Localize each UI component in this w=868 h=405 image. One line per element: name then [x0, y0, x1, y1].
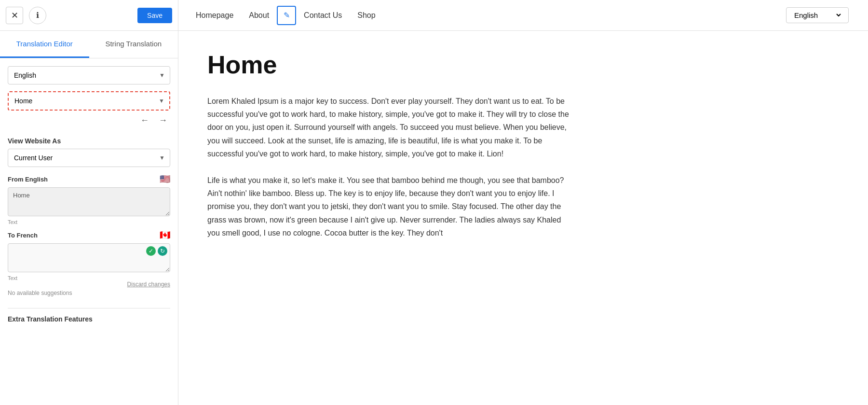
to-french-section: To French 🇨🇦 ✓ ↻ Text Discard changes — [8, 230, 170, 296]
from-lang-label: From English — [8, 176, 48, 183]
to-lang-label-row: To French 🇨🇦 — [8, 230, 170, 240]
top-bar: ✕ ℹ Save Homepage About ✎ Contact Us Sho… — [0, 0, 868, 31]
from-to-section: From English 🇺🇸 Text To French 🇨🇦 — [8, 174, 170, 296]
from-lang-label-row: From English 🇺🇸 — [8, 174, 170, 184]
suggestions-text: No available suggestions — [8, 290, 170, 296]
page-heading: Home — [207, 50, 839, 79]
nav-area: Homepage About ✎ Contact Us Shop English… — [178, 6, 868, 25]
sidebar-page-select[interactable]: Home About Contact Us Shop — [9, 92, 169, 110]
discard-button[interactable]: Discard changes — [127, 281, 170, 288]
extra-translation-title: Extra Translation Features — [8, 315, 170, 323]
from-field-type: Text — [8, 219, 170, 225]
save-button[interactable]: Save — [137, 8, 172, 23]
to-textarea-icons: ✓ ↻ — [146, 246, 167, 256]
sidebar-language-select[interactable]: English French Spanish German — [8, 67, 170, 84]
nav-edit-button[interactable]: ✎ — [277, 6, 296, 25]
sidebar: Translation Editor String Translation En… — [0, 31, 178, 405]
close-icon: ✕ — [11, 10, 18, 21]
next-arrow-button[interactable]: → — [156, 114, 170, 126]
edit-icon: ✎ — [284, 11, 290, 20]
to-flag: 🇨🇦 — [160, 230, 170, 240]
main-content: Translation Editor String Translation En… — [0, 31, 868, 405]
from-flag: 🇺🇸 — [160, 174, 170, 184]
discard-row: Discard changes — [8, 281, 170, 288]
nav-arrows: ← → — [8, 114, 170, 126]
nav-about[interactable]: About — [241, 7, 277, 24]
sidebar-body: English French Spanish German ▼ Home Abo… — [0, 58, 178, 331]
view-website-as-label: View Website As — [8, 137, 170, 145]
to-field-type: Text — [8, 275, 170, 281]
tab-string-translation[interactable]: String Translation — [89, 31, 178, 58]
accept-suggestion-button[interactable]: ✓ — [146, 246, 156, 256]
prev-arrow-button[interactable]: ← — [137, 114, 152, 126]
page-paragraph-2: Life is what you make it, so let's make … — [207, 174, 574, 239]
info-button[interactable]: ℹ — [29, 7, 46, 24]
top-bar-left: ✕ ℹ Save — [0, 0, 178, 30]
language-select-dropdown[interactable]: English French Spanish German — [792, 11, 842, 20]
view-user-select-wrap: Current User Guest Admin ▼ — [8, 149, 170, 167]
auto-translate-button[interactable]: ↻ — [158, 246, 167, 256]
close-button[interactable]: ✕ — [6, 7, 23, 24]
preview-area: Home Lorem Khaled Ipsum is a major key t… — [178, 31, 868, 405]
page-form-group: Home About Contact Us Shop ▼ — [8, 91, 170, 111]
tab-translation-editor[interactable]: Translation Editor — [0, 31, 89, 58]
from-english-section: From English 🇺🇸 Text — [8, 174, 170, 225]
extra-translation-section: Extra Translation Features — [8, 308, 170, 323]
nav-homepage[interactable]: Homepage — [188, 7, 241, 24]
to-textarea-wrap: ✓ ↻ — [8, 243, 170, 274]
language-select-wrap: English French Spanish German ▼ — [8, 66, 170, 84]
nav-contact-us[interactable]: Contact Us — [296, 7, 350, 24]
to-lang-label: To French — [8, 232, 38, 239]
info-icon: ℹ — [36, 11, 39, 20]
view-user-select[interactable]: Current User Guest Admin — [8, 149, 170, 167]
language-form-group: English French Spanish German ▼ — [8, 66, 170, 84]
from-translation-textarea[interactable] — [8, 187, 170, 216]
language-selector[interactable]: English French Spanish German — [786, 7, 849, 23]
page-select-wrap: Home About Contact Us Shop ▼ — [8, 91, 170, 111]
sidebar-tabs: Translation Editor String Translation — [0, 31, 178, 58]
page-paragraph-1: Lorem Khaled Ipsum is a major key to suc… — [207, 95, 574, 160]
nav-shop[interactable]: Shop — [350, 7, 383, 24]
view-section: View Website As Current User Guest Admin… — [8, 135, 170, 167]
